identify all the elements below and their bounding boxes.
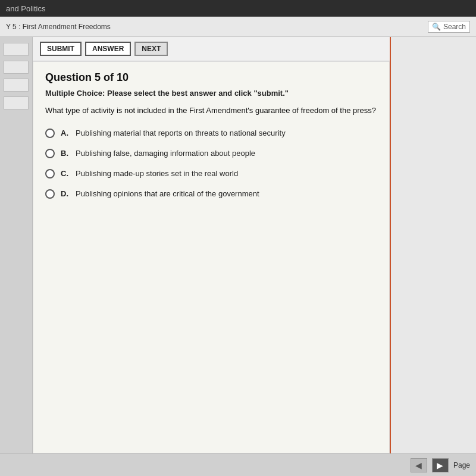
sidebar-item-4	[4, 96, 29, 109]
next-arrow[interactable]: ▶	[432, 458, 449, 472]
search-icon: 🔍	[432, 23, 441, 31]
submit-button[interactable]: SUBMIT	[40, 42, 82, 56]
answer-button[interactable]: ANSWER	[85, 42, 131, 56]
option-item-d[interactable]: D.Publishing opinions that are critical …	[45, 189, 377, 199]
option-letter-b: B.	[61, 149, 68, 158]
option-list: A.Publishing material that reports on th…	[45, 129, 377, 199]
option-letter-d: D.	[61, 189, 68, 198]
option-radio-b[interactable]	[45, 149, 55, 158]
sidebar-item-1	[4, 43, 29, 56]
option-letter-c: C.	[61, 169, 68, 178]
option-radio-d[interactable]	[45, 189, 55, 199]
option-letter-a: A.	[61, 129, 68, 137]
bottom-bar: ◀ ▶ Page	[0, 453, 476, 476]
sidebar-item-3	[4, 79, 29, 92]
question-content: Question 5 of 10 Multiple Choice: Please…	[33, 61, 390, 453]
option-text-b: Publishing false, damaging information a…	[76, 149, 255, 158]
breadcrumb: Y 5 : First Amendment Freedoms	[6, 23, 111, 31]
prev-arrow[interactable]: ◀	[411, 458, 427, 472]
option-radio-c[interactable]	[45, 169, 55, 178]
sidebar-item-2	[4, 61, 29, 74]
question-type-label: Multiple Choice: Please select the best …	[45, 89, 377, 98]
top-bar: and Politics	[0, 0, 476, 17]
right-panel	[390, 37, 476, 453]
option-text-d: Publishing opinions that are critical of…	[76, 189, 259, 198]
option-text-c: Publishing made-up stories set in the re…	[76, 169, 238, 178]
top-bar-title: and Politics	[6, 4, 45, 13]
option-radio-a[interactable]	[45, 129, 55, 138]
option-item-c[interactable]: C.Publishing made-up stories set in the …	[45, 169, 377, 178]
search-box[interactable]: 🔍 Search	[428, 21, 470, 33]
breadcrumb-bar: Y 5 : First Amendment Freedoms 🔍 Search	[0, 17, 476, 37]
main-layout: SUBMIT ANSWER NEXT Question 5 of 10 Mult…	[0, 37, 476, 453]
option-item-b[interactable]: B.Publishing false, damaging information…	[45, 149, 377, 158]
search-label: Search	[443, 23, 466, 31]
content-area: SUBMIT ANSWER NEXT Question 5 of 10 Mult…	[33, 37, 390, 453]
question-text: What type of activity is not included in…	[45, 105, 377, 117]
page-label: Page	[453, 461, 470, 469]
question-title: Question 5 of 10	[45, 71, 377, 84]
option-item-a[interactable]: A.Publishing material that reports on th…	[45, 129, 377, 138]
next-button[interactable]: NEXT	[134, 42, 168, 56]
sidebar	[0, 37, 33, 453]
option-text-a: Publishing material that reports on thre…	[76, 129, 286, 137]
toolbar: SUBMIT ANSWER NEXT	[33, 37, 390, 61]
